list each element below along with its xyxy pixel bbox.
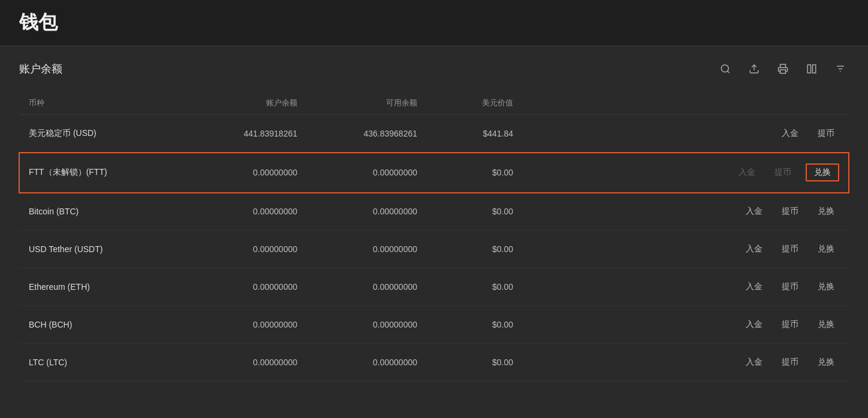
deposit-button: 入金 xyxy=(734,165,760,180)
columns-icon[interactable] xyxy=(803,60,820,77)
currency-name: Bitcoin (BTC) xyxy=(19,193,187,231)
withdraw-button[interactable]: 提币 xyxy=(777,279,803,295)
table-row: LTC (LTC)0.000000000.00000000$0.00入金提币兑换 xyxy=(19,344,849,381)
available-amount: 436.83968261 xyxy=(307,115,427,153)
currency-name: LTC (LTC) xyxy=(19,344,187,381)
deposit-button[interactable]: 入金 xyxy=(741,317,767,332)
deposit-button[interactable]: 入金 xyxy=(741,241,767,257)
exchange-button[interactable]: 兑换 xyxy=(813,204,839,219)
actions-cell: 入金提币兑换 xyxy=(523,231,849,268)
balance-amount: 0.00000000 xyxy=(187,306,307,344)
exchange-button[interactable]: 兑换 xyxy=(813,355,839,370)
svg-line-1 xyxy=(727,71,729,72)
col-header-balance: 账户余额 xyxy=(187,92,307,115)
deposit-button[interactable]: 入金 xyxy=(777,126,803,141)
col-header-currency: 币种 xyxy=(19,92,187,115)
available-amount: 0.00000000 xyxy=(307,344,427,381)
actions-cell: 入金提币 xyxy=(523,115,849,153)
table-row: FTT（未解锁）(FTT)0.000000000.00000000$0.00入金… xyxy=(19,153,849,193)
actions-cell: 入金提币兑换 xyxy=(523,268,849,306)
table-header-row: 币种 账户余额 可用余额 美元价值 xyxy=(19,92,849,115)
usd-value: $441.84 xyxy=(427,115,523,153)
table-row: Ethereum (ETH)0.000000000.00000000$0.00入… xyxy=(19,268,849,306)
col-header-available: 可用余额 xyxy=(307,92,427,115)
deposit-button[interactable]: 入金 xyxy=(741,279,767,295)
usd-value: $0.00 xyxy=(427,193,523,231)
svg-point-0 xyxy=(721,65,728,72)
table-row: 美元稳定币 (USD)441.83918261436.83968261$441.… xyxy=(19,115,849,153)
table-row: USD Tether (USDT)0.000000000.00000000$0.… xyxy=(19,231,849,268)
usd-value: $0.00 xyxy=(427,306,523,344)
balance-amount: 0.00000000 xyxy=(187,344,307,381)
col-header-usd: 美元价值 xyxy=(427,92,523,115)
search-icon[interactable] xyxy=(717,60,734,77)
balance-amount: 441.83918261 xyxy=(187,115,307,153)
exchange-button[interactable]: 兑换 xyxy=(806,163,839,181)
withdraw-button[interactable]: 提币 xyxy=(813,126,839,141)
balance-amount: 0.00000000 xyxy=(187,153,307,193)
exchange-button[interactable]: 兑换 xyxy=(813,241,839,257)
currency-name: BCH (BCH) xyxy=(19,306,187,344)
actions-cell: 入金提币兑换 xyxy=(523,306,849,344)
usd-value: $0.00 xyxy=(427,344,523,381)
exchange-button[interactable]: 兑换 xyxy=(813,279,839,295)
deposit-button[interactable]: 入金 xyxy=(741,204,767,219)
print-icon[interactable] xyxy=(774,60,791,77)
balances-table: 币种 账户余额 可用余额 美元价值 美元稳定币 (USD)441.8391826… xyxy=(19,92,849,381)
balance-amount: 0.00000000 xyxy=(187,231,307,268)
withdraw-button[interactable]: 提币 xyxy=(777,241,803,257)
withdraw-button[interactable]: 提币 xyxy=(777,355,803,370)
usd-value: $0.00 xyxy=(427,231,523,268)
download-icon[interactable] xyxy=(746,60,762,77)
page-title: 钱包 xyxy=(19,10,849,36)
actions-cell: 入金提币兑换 xyxy=(523,153,849,193)
page-header: 钱包 xyxy=(0,0,868,46)
table-row: Bitcoin (BTC)0.000000000.00000000$0.00入金… xyxy=(19,193,849,231)
exchange-button[interactable]: 兑换 xyxy=(813,317,839,332)
svg-rect-4 xyxy=(807,65,810,73)
usd-value: $0.00 xyxy=(427,153,523,193)
col-header-actions xyxy=(523,92,849,115)
actions-cell: 入金提币兑换 xyxy=(523,193,849,231)
withdraw-button[interactable]: 提币 xyxy=(777,204,803,219)
currency-name: 美元稳定币 (USD) xyxy=(19,115,187,153)
main-content: 账户余额 xyxy=(0,46,868,396)
section-header: 账户余额 xyxy=(19,60,849,77)
available-amount: 0.00000000 xyxy=(307,193,427,231)
available-amount: 0.00000000 xyxy=(307,153,427,193)
currency-name: USD Tether (USDT) xyxy=(19,231,187,268)
toolbar xyxy=(717,60,849,77)
available-amount: 0.00000000 xyxy=(307,306,427,344)
actions-cell: 入金提币兑换 xyxy=(523,344,849,381)
currency-name: FTT（未解锁）(FTT) xyxy=(19,153,187,193)
withdraw-button[interactable]: 提币 xyxy=(777,317,803,332)
currency-name: Ethereum (ETH) xyxy=(19,268,187,306)
section-title: 账户余额 xyxy=(19,62,62,76)
available-amount: 0.00000000 xyxy=(307,231,427,268)
filter-icon[interactable] xyxy=(832,60,849,77)
deposit-button[interactable]: 入金 xyxy=(741,355,767,370)
balance-amount: 0.00000000 xyxy=(187,193,307,231)
table-row: BCH (BCH)0.000000000.00000000$0.00入金提币兑换 xyxy=(19,306,849,344)
svg-rect-5 xyxy=(813,65,816,73)
svg-rect-3 xyxy=(780,70,786,74)
balance-amount: 0.00000000 xyxy=(187,268,307,306)
withdraw-button: 提币 xyxy=(770,165,796,180)
available-amount: 0.00000000 xyxy=(307,268,427,306)
usd-value: $0.00 xyxy=(427,268,523,306)
